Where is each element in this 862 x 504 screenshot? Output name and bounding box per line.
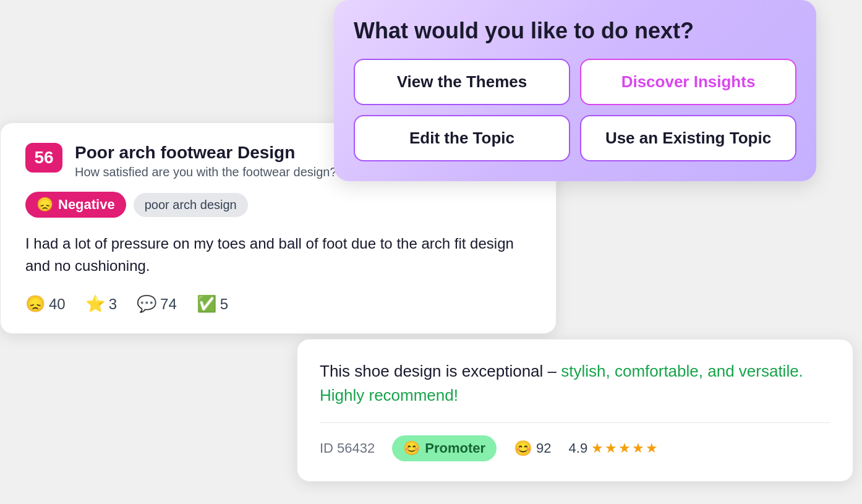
review-text: This shoe design is exceptional – stylis… bbox=[320, 359, 830, 408]
discover-insights-button[interactable]: Discover Insights bbox=[580, 59, 796, 105]
review-card: This shoe design is exceptional – stylis… bbox=[297, 339, 853, 482]
negative-icon: 😞 bbox=[36, 197, 53, 213]
use-existing-topic-button[interactable]: Use an Existing Topic bbox=[580, 115, 796, 161]
edit-topic-button[interactable]: Edit the Topic bbox=[354, 115, 570, 161]
star-count: 3 bbox=[109, 296, 117, 313]
review-id: ID 56432 bbox=[320, 440, 375, 456]
popup-next-steps: What would you like to do next? View the… bbox=[334, 0, 816, 181]
score-badge: 56 bbox=[25, 143, 62, 173]
negative-stat-icon: 😞 bbox=[25, 294, 45, 314]
check-count: 5 bbox=[220, 296, 228, 313]
popup-title: What would you like to do next? bbox=[354, 17, 796, 44]
review-footer: ID 56432 😊 Promoter 😊 92 4.9 ★★★★★ bbox=[320, 435, 830, 461]
negative-label: Negative bbox=[58, 197, 115, 213]
negative-tag: 😞 Negative bbox=[25, 192, 126, 218]
feedback-body: I had a lot of pressure on my toes and b… bbox=[25, 233, 531, 277]
nps-value: 92 bbox=[536, 440, 551, 456]
stat-negative: 😞 40 bbox=[25, 294, 66, 314]
stat-star: ⭐ 3 bbox=[85, 294, 117, 314]
promoter-badge: 😊 Promoter bbox=[392, 435, 497, 461]
stats-row: 😞 40 ⭐ 3 💬 74 ✅ 5 bbox=[25, 294, 531, 314]
view-themes-button[interactable]: View the Themes bbox=[354, 59, 570, 105]
promoter-icon: 😊 bbox=[403, 440, 420, 456]
stars: ★★★★★ bbox=[591, 440, 659, 456]
rating-value: 4.9 bbox=[569, 440, 588, 456]
rating-block: 4.9 ★★★★★ bbox=[569, 440, 660, 456]
card-title: Poor arch footwear Design bbox=[75, 143, 337, 163]
negative-count: 40 bbox=[49, 296, 66, 313]
check-stat-icon: ✅ bbox=[197, 294, 216, 314]
card-title-block: Poor arch footwear Design How satisfied … bbox=[75, 143, 337, 179]
promoter-label: Promoter bbox=[425, 440, 485, 456]
comment-stat-icon: 💬 bbox=[137, 294, 156, 314]
nps-icon: 😊 bbox=[514, 440, 532, 457]
stat-comment: 💬 74 bbox=[137, 294, 177, 314]
review-divider bbox=[320, 422, 830, 423]
review-text-before: This shoe design is exceptional – bbox=[320, 362, 561, 380]
star-stat-icon: ⭐ bbox=[85, 294, 105, 314]
stat-check: ✅ 5 bbox=[197, 294, 228, 314]
popup-buttons-grid: View the Themes Discover Insights Edit t… bbox=[354, 59, 796, 161]
topic-tag: poor arch design bbox=[134, 193, 248, 217]
tags-row: 😞 Negative poor arch design bbox=[25, 192, 531, 218]
card-subtitle: How satisfied are you with the footwear … bbox=[75, 165, 337, 179]
comment-count: 74 bbox=[160, 296, 177, 313]
nps-score: 😊 92 bbox=[514, 440, 551, 457]
